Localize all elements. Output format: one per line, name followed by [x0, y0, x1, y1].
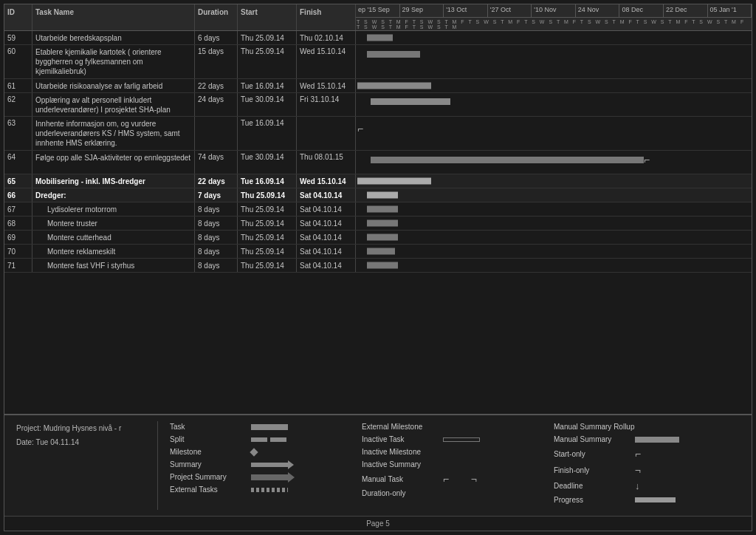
row-65-finish: Wed 15.10.14	[297, 174, 356, 188]
row-70-name: Montere reklameskilt	[32, 245, 195, 258]
gantt-table: ID Task Name Duration Start Finish ep '1…	[4, 4, 752, 531]
row-64-start: Tue 30.09.14	[238, 151, 297, 174]
bracket-right-icon: ⌐	[471, 473, 477, 485]
legend-inactive-task: Inactive Task	[362, 435, 542, 443]
table-header: ID Task Name Duration Start Finish ep '1…	[4, 4, 752, 31]
row-63-start: Tue 16.09.14	[238, 117, 297, 150]
row-71-start: Thu 25.09.14	[238, 259, 297, 272]
row-60-name: Etablere kjemikalie kartotek ( orientere…	[32, 45, 195, 78]
row-63-duration	[195, 117, 238, 150]
gantt-header: ep '15 Sep 29 Sep '13 Oct '27 Oct '10 No…	[356, 4, 752, 30]
page-footer: Page 5	[4, 516, 752, 531]
legend-inactive-milestone: Inactive Milestone	[362, 448, 542, 456]
legend-manual-summary-rollup: Manual Summary Rollup	[554, 423, 734, 431]
legend-ext-milestone-label: External Milestone	[362, 423, 443, 431]
legend-col-1: Task Split Milestone	[164, 421, 356, 510]
legend-milestone-symbol	[251, 449, 350, 455]
row-61-start: Tue 16.09.14	[238, 79, 297, 92]
header-duration: Duration	[195, 4, 238, 30]
row-66-start: Thu 25.09.14	[238, 188, 297, 202]
row-59-id: 59	[4, 31, 32, 44]
row-62-name: Opplæring av alt personell inkludert und…	[32, 93, 195, 116]
row-69-finish: Sat 04.10.14	[297, 231, 356, 244]
row-67-gantt	[356, 202, 752, 216]
legend-inactive-task-symbol	[443, 437, 542, 442]
row-68-finish: Sat 04.10.14	[297, 217, 356, 230]
legend-external-milestone: External Milestone	[362, 423, 542, 431]
row-67-start: Thu 25.09.14	[238, 202, 297, 216]
manual-summary-bar-icon	[635, 437, 679, 443]
header-duration-label: Duration	[198, 8, 228, 16]
table-row: 68 Montere truster 8 days Thu 25.09.14 S…	[4, 217, 752, 231]
row-63-id: 63	[4, 117, 32, 150]
legend-inactive-summary: Inactive Summary	[362, 460, 542, 468]
legend-columns: Task Split Milestone	[158, 421, 746, 510]
legend-summary-label: Summary	[170, 460, 251, 468]
row-62-start: Tue 30.09.14	[238, 93, 297, 116]
row-69-id: 69	[4, 231, 32, 244]
table-row: 64 Følge opp alle SJA-aktiviteter op enn…	[4, 151, 752, 174]
row-60-gantt	[356, 45, 752, 78]
row-66-id: 66	[4, 188, 32, 202]
project-info-line2: Date: Tue 04.11.14	[16, 438, 151, 446]
row-67-duration: 8 days	[195, 202, 238, 216]
legend-split-symbol	[251, 437, 350, 442]
legend-split-label: Split	[170, 435, 251, 443]
legend-manual-task-label: Manual Task	[362, 475, 443, 483]
table-row: 60 Etablere kjemikalie kartotek ( orient…	[4, 45, 752, 79]
gantt-months-row: ep '15 Sep 29 Sep '13 Oct '27 Oct '10 No…	[356, 4, 752, 18]
row-65-start: Tue 16.09.14	[238, 174, 297, 188]
row-70-duration: 8 days	[195, 245, 238, 258]
inactive-task-bar-icon	[443, 437, 480, 442]
legend-project-info: Project: Mudring Hysnes nivå - r Date: T…	[10, 421, 158, 510]
legend-manual-summary-rollup-label: Manual Summary Rollup	[554, 423, 635, 431]
table-row: 62 Opplæring av alt personell inkludert …	[4, 93, 752, 117]
legend-inactive-milestone-label: Inactive Milestone	[362, 448, 443, 456]
header-id-label: ID	[7, 8, 15, 16]
table-row: 69 Montere cutterhead 8 days Thu 25.09.1…	[4, 231, 752, 245]
row-59-gantt	[356, 31, 752, 44]
row-64-gantt: ⌐	[356, 151, 752, 174]
row-66-finish: Sat 04.10.14	[297, 188, 356, 202]
legend-project-summary-symbol	[251, 474, 350, 480]
legend-manual-summary: Manual Summary	[554, 435, 734, 443]
gantt-days-row: T S W S T M F T S W S T M F T S W S T M …	[356, 18, 752, 30]
row-59-start: Thu 25.09.14	[238, 31, 297, 44]
progress-bar-icon	[635, 497, 676, 502]
row-71-gantt	[356, 259, 752, 272]
header-id: ID	[4, 4, 32, 30]
row-62-duration: 24 days	[195, 93, 238, 116]
row-59-duration: 6 days	[195, 31, 238, 44]
legend-inactive-task-label: Inactive Task	[362, 435, 443, 443]
project-summary-bar-icon	[251, 474, 288, 480]
row-64-finish: Thu 08.01.15	[297, 151, 356, 174]
header-finish: Finish	[297, 4, 356, 30]
legend-project-summary: Project Summary	[170, 473, 350, 481]
row-66-duration: 7 days	[195, 188, 238, 202]
table-row: 59 Utarbeide beredskapsplan 6 days Thu 2…	[4, 31, 752, 45]
main-container: ID Task Name Duration Start Finish ep '1…	[0, 0, 756, 535]
row-65-duration: 22 days	[195, 174, 238, 188]
month-13oct: '13 Oct	[444, 4, 488, 17]
row-63-finish	[297, 117, 356, 150]
row-68-start: Thu 25.09.14	[238, 217, 297, 230]
gantt-header-area: ep '15 Sep 29 Sep '13 Oct '27 Oct '10 No…	[356, 4, 752, 30]
row-61-duration: 22 days	[195, 79, 238, 92]
row-63-name: Innhente informasjon om, og vurdere unde…	[32, 117, 195, 150]
table-body: 59 Utarbeide beredskapsplan 6 days Thu 2…	[4, 31, 752, 414]
row-64-name: Følge opp alle SJA-aktiviteter op ennleg…	[32, 151, 195, 174]
row-71-id: 71	[4, 259, 32, 272]
legend-progress: Progress	[554, 496, 734, 504]
table-row: 66 Dredger: 7 days Thu 25.09.14 Sat 04.1…	[4, 188, 752, 202]
legend-task-label: Task	[170, 423, 251, 431]
legend-external-tasks: External Tasks	[170, 485, 350, 494]
legend-progress-label: Progress	[554, 496, 635, 504]
project-info-line1: Project: Mudring Hysnes nivå - r	[16, 424, 151, 432]
row-65-id: 65	[4, 174, 32, 188]
row-59-finish: Thu 02.10.14	[297, 31, 356, 44]
legend-col-3: Manual Summary Rollup Manual Summary Sta…	[548, 421, 740, 510]
month-29sep: 29 Sep	[400, 4, 444, 17]
split-bar-2-icon	[270, 437, 286, 442]
table-row: 71 Montere fast VHF i styrhus 8 days Thu…	[4, 259, 752, 273]
row-62-finish: Fri 31.10.14	[297, 93, 356, 116]
